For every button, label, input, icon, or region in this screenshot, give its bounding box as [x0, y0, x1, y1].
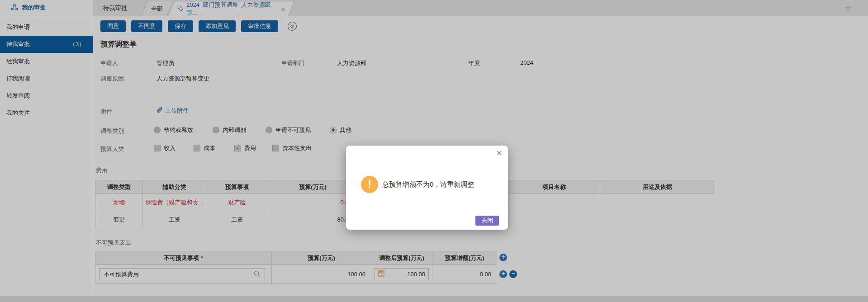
modal-close-button[interactable]: 关闭: [475, 216, 499, 226]
warning-icon: !: [361, 176, 378, 193]
app-window: 我的审批 我的申请 待我审批 （3） 经我审批 待我阅读 转发查阅 我的关注: [0, 0, 868, 302]
alert-modal: × ! 总预算增额不为0，请重新调整 关闭: [346, 146, 508, 230]
modal-close-icon[interactable]: ×: [496, 148, 502, 158]
modal-message: 总预算增额不为0，请重新调整: [382, 176, 474, 193]
